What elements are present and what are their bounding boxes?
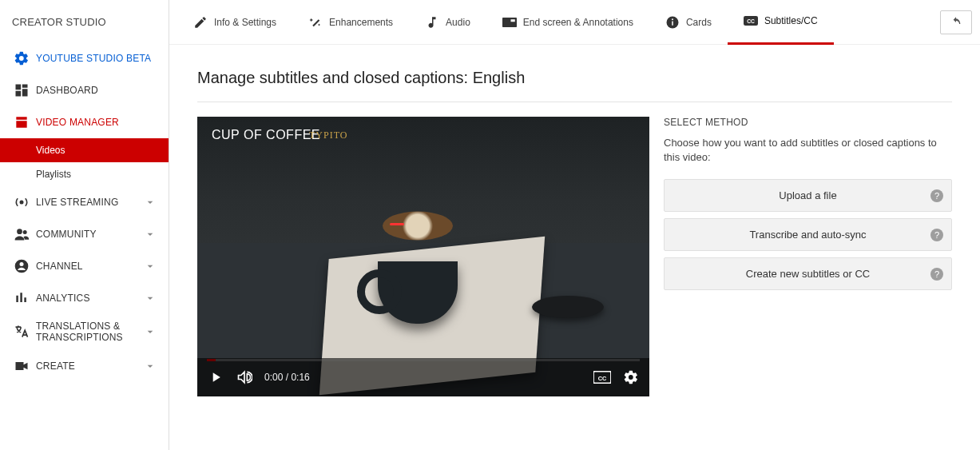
undo-arrow-icon bbox=[948, 16, 964, 29]
chevron-down-icon bbox=[144, 360, 157, 372]
pencil-icon bbox=[193, 15, 208, 30]
stats-icon bbox=[12, 290, 31, 306]
timecode: 0:00 / 0:16 bbox=[264, 372, 310, 383]
tab-label: Cards bbox=[686, 17, 712, 28]
note-icon bbox=[425, 15, 439, 30]
tab-info-settings[interactable]: Info & Settings bbox=[177, 0, 292, 45]
account-icon bbox=[12, 258, 31, 274]
chevron-down-icon bbox=[144, 196, 157, 209]
tab-label: Audio bbox=[446, 17, 470, 28]
sidebar-item-label: YOUTUBE STUDIO BETA bbox=[36, 53, 157, 64]
wand-icon bbox=[308, 15, 323, 30]
sidebar-item-label: DASHBOARD bbox=[36, 85, 157, 96]
method-panel: SELECT METHOD Choose how you want to add… bbox=[664, 117, 952, 396]
svg-rect-6 bbox=[510, 19, 514, 22]
help-icon[interactable]: ? bbox=[930, 268, 943, 281]
dashboard-icon bbox=[12, 82, 31, 98]
chevron-down-icon bbox=[144, 260, 157, 273]
sidebar-item-label: TRANSLATIONS & TRANSCRIPTIONS bbox=[36, 321, 144, 344]
svg-point-0 bbox=[20, 201, 24, 205]
tab-label: End screen & Annotations bbox=[523, 17, 633, 28]
translate-icon bbox=[12, 324, 31, 340]
sidebar-item-community[interactable]: COMMUNITY bbox=[0, 218, 169, 250]
player-controls: 0:00 / 0:16 CC bbox=[197, 358, 649, 396]
info-icon bbox=[665, 15, 680, 30]
tab-label: Enhancements bbox=[329, 17, 393, 28]
option-label: Upload a file bbox=[779, 189, 836, 201]
method-description: Choose how you want to add subtitles or … bbox=[664, 136, 952, 165]
current-time: 0:00 bbox=[264, 372, 283, 383]
tabs-bar: Info & Settings Enhancements Audio End s… bbox=[169, 0, 980, 45]
help-icon[interactable]: ? bbox=[930, 229, 943, 241]
duration: 0:16 bbox=[291, 372, 309, 383]
svg-point-2 bbox=[23, 230, 27, 234]
chevron-down-icon bbox=[144, 228, 157, 241]
tab-cards[interactable]: Cards bbox=[649, 0, 728, 45]
tab-endscreen[interactable]: End screen & Annotations bbox=[486, 0, 649, 45]
svg-point-4 bbox=[20, 262, 24, 266]
gear-icon bbox=[12, 50, 31, 66]
endscreen-icon bbox=[502, 15, 517, 30]
cc-icon: CC bbox=[744, 14, 758, 28]
sidebar-item-label: VIDEO MANAGER bbox=[36, 117, 157, 128]
film-icon bbox=[12, 114, 31, 130]
chevron-down-icon bbox=[144, 325, 157, 338]
option-transcribe-autosync[interactable]: Transcribe and auto-sync ? bbox=[664, 218, 952, 251]
help-icon[interactable]: ? bbox=[930, 189, 943, 202]
sidebar-item-studio-beta[interactable]: YOUTUBE STUDIO BETA bbox=[0, 42, 169, 74]
page-title: Manage subtitles and closed captions: En… bbox=[197, 69, 952, 102]
option-upload-file[interactable]: Upload a file ? bbox=[664, 179, 952, 212]
broadcast-icon bbox=[12, 194, 31, 210]
video-frame bbox=[197, 117, 649, 396]
sidebar-item-channel[interactable]: CHANNEL bbox=[0, 250, 169, 282]
tab-enhancements[interactable]: Enhancements bbox=[292, 0, 409, 45]
sidebar-item-video-manager[interactable]: VIDEO MANAGER bbox=[0, 106, 169, 138]
people-icon bbox=[12, 226, 31, 242]
sidebar-item-label: ANALYTICS bbox=[36, 293, 144, 304]
tab-label: Info & Settings bbox=[214, 17, 276, 28]
video-overlay-title: CUP OF COFFEE bbox=[212, 128, 320, 142]
main-area: Info & Settings Enhancements Audio End s… bbox=[169, 0, 980, 450]
sidebar-item-create[interactable]: CREATE bbox=[0, 350, 169, 382]
tab-label: Subtitles/CC bbox=[764, 15, 818, 26]
sidebar-item-label: CREATE bbox=[36, 360, 144, 372]
svg-text:CC: CC bbox=[747, 18, 755, 24]
tab-subtitles[interactable]: CC Subtitles/CC bbox=[728, 0, 834, 45]
sidebar-item-translations[interactable]: TRANSLATIONS & TRANSCRIPTIONS bbox=[0, 314, 169, 350]
sidebar-item-dashboard[interactable]: DASHBOARD bbox=[0, 74, 169, 106]
sidebar-item-label: LIVE STREAMING bbox=[36, 197, 144, 208]
sidebar-title: CREATOR STUDIO bbox=[0, 16, 169, 42]
option-label: Create new subtitles or CC bbox=[746, 268, 870, 280]
content: Manage subtitles and closed captions: En… bbox=[169, 45, 980, 420]
chevron-down-icon bbox=[144, 292, 157, 305]
sidebar-item-label: COMMUNITY bbox=[36, 229, 144, 240]
option-create-new[interactable]: Create new subtitles or CC ? bbox=[664, 257, 952, 290]
volume-button[interactable] bbox=[236, 368, 253, 386]
play-button[interactable] bbox=[207, 368, 224, 386]
back-button[interactable] bbox=[940, 10, 972, 34]
sidebar-item-live-streaming[interactable]: LIVE STREAMING bbox=[0, 186, 169, 218]
cc-toggle[interactable]: CC bbox=[593, 368, 611, 386]
camera-icon bbox=[12, 358, 31, 374]
svg-point-1 bbox=[17, 229, 22, 234]
svg-rect-5 bbox=[502, 18, 517, 27]
sidebar-subitem-videos[interactable]: Videos bbox=[0, 138, 169, 162]
settings-button[interactable] bbox=[622, 368, 640, 386]
sidebar-subitem-playlists[interactable]: Playlists bbox=[0, 162, 169, 186]
option-label: Transcribe and auto-sync bbox=[749, 229, 866, 241]
video-player[interactable]: CUP OF COFFEE TYPITO 0:00 / 0 bbox=[197, 117, 649, 396]
sidebar: CREATOR STUDIO YOUTUBE STUDIO BETA DASHB… bbox=[0, 0, 169, 450]
method-title: SELECT METHOD bbox=[664, 117, 952, 128]
svg-rect-8 bbox=[672, 21, 673, 25]
svg-point-9 bbox=[672, 18, 673, 20]
video-watermark: TYPITO bbox=[309, 129, 347, 141]
sidebar-item-label: CHANNEL bbox=[36, 261, 144, 272]
tab-audio[interactable]: Audio bbox=[409, 0, 486, 45]
svg-text:CC: CC bbox=[598, 375, 607, 382]
sidebar-subitems: Videos Playlists bbox=[0, 138, 169, 186]
sidebar-item-analytics[interactable]: ANALYTICS bbox=[0, 282, 169, 314]
